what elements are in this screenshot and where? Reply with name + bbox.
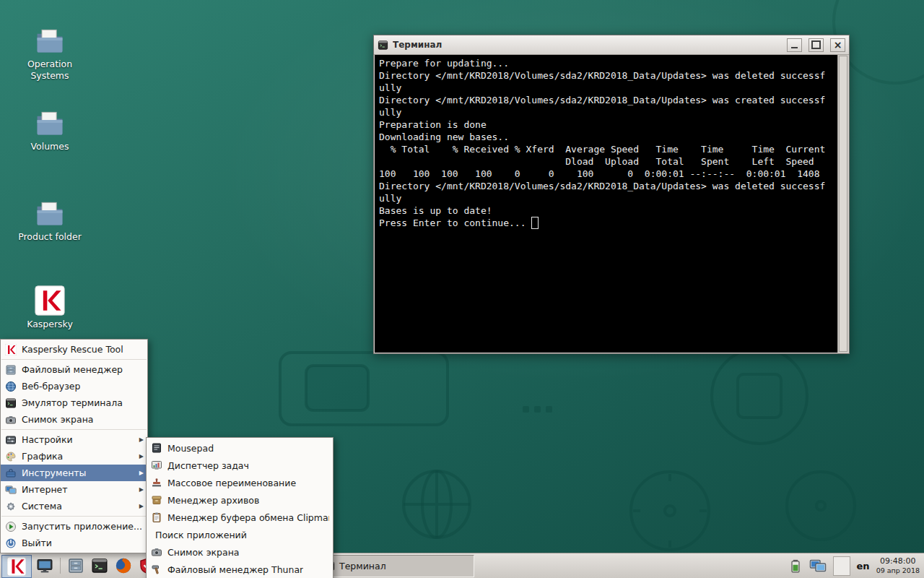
camera-icon <box>151 546 162 558</box>
clock[interactable]: 09:48:00 09 апр 2018 <box>876 556 920 575</box>
terminal-scrollbar[interactable] <box>837 55 848 353</box>
menu-item-terminal-emulator[interactable]: Эмулятор терминала <box>1 394 147 411</box>
submenu-item-label: Диспетчер задач <box>167 460 249 471</box>
archive-manager-icon <box>151 494 162 506</box>
submenu-item-app-finder[interactable]: Поиск приложений <box>147 526 333 543</box>
desktop-icon-kaspersky[interactable]: Kaspersky <box>10 285 90 330</box>
menu-item-kaspersky-rescue-tool[interactable]: Kaspersky Rescue Tool <box>1 341 147 358</box>
menu-item-label: Выйти <box>22 538 52 548</box>
launcher-file-manager[interactable] <box>64 555 88 577</box>
desktop-icon-operation-systems[interactable]: Operation Systems <box>10 25 90 81</box>
submenu-item-screenshot[interactable]: Снимок экрана <box>147 543 333 561</box>
tools-icon <box>5 467 17 479</box>
menu-separator <box>1 359 147 360</box>
menu-item-label: Kaspersky Rescue Tool <box>22 344 123 355</box>
menu-item-label: Веб-браузер <box>22 381 80 392</box>
menu-item-run-application[interactable]: Запустить приложение... <box>1 518 147 535</box>
launcher-terminal[interactable] <box>87 555 112 577</box>
displays-icon[interactable] <box>809 557 827 574</box>
folder-icon <box>34 107 66 139</box>
tray-spacer <box>833 556 850 576</box>
submenu-item-thunar[interactable]: Файловый менеджер Thunar <box>147 561 333 578</box>
file-manager-icon <box>5 364 17 376</box>
web-browser-icon <box>5 381 17 392</box>
menu-item-tools[interactable]: Инструменты ▶ <box>1 465 147 481</box>
menu-item-screenshot[interactable]: Снимок экрана <box>1 411 147 428</box>
menu-item-label: Графика <box>22 451 63 462</box>
menu-item-label: Запустить приложение... <box>22 521 142 532</box>
system-tray: en 09:48:00 09 апр 2018 <box>784 553 924 578</box>
clock-date: 09 апр 2018 <box>876 566 920 575</box>
thunar-icon <box>151 564 162 575</box>
screenshot-icon <box>5 414 17 426</box>
menu-item-logout[interactable]: Выйти <box>1 535 147 551</box>
terminal-scrollbar-thumb[interactable] <box>839 56 847 352</box>
menu-item-label: Снимок экрана <box>22 414 93 425</box>
desktop-icon-label: Product folder <box>10 231 90 243</box>
menu-item-file-manager[interactable]: Файловый менеджер <box>1 361 147 378</box>
taskbar: Терминал en 09:48:00 09 апр 2018 <box>0 553 924 578</box>
terminal-cursor <box>531 217 539 229</box>
mousepad-icon <box>151 442 162 454</box>
menu-separator <box>1 516 147 517</box>
menu-separator <box>1 429 147 430</box>
taskbar-window-label: Терминал <box>339 561 386 571</box>
submenu-item-label: Менеджер буфера обмена Clipman <box>167 512 329 523</box>
firefox-icon <box>115 557 132 574</box>
desktop-icon-product-folder[interactable]: Product folder <box>10 197 90 243</box>
minimize-button[interactable] <box>787 38 802 52</box>
desktop-icon-label: Volumes <box>10 141 90 152</box>
submenu-item-clipman[interactable]: Менеджер буфера обмена Clipman <box>147 509 333 526</box>
keyboard-layout-indicator[interactable]: en <box>857 561 870 571</box>
terminal-window-icon <box>378 40 388 51</box>
settings-icon <box>5 434 17 446</box>
terminal-window: Терминал × Prepare for updating... Direc… <box>373 35 850 354</box>
launcher-web-browser[interactable] <box>111 555 136 577</box>
monitor-icon <box>36 557 53 574</box>
submenu-item-archive-manager[interactable]: Менеджер архивов <box>147 491 333 509</box>
desktop-icon-label: Operation Systems <box>10 59 90 81</box>
submenu-arrow-icon: ▶ <box>135 470 144 476</box>
kaspersky-logo-icon <box>34 285 66 316</box>
menu-item-label: Инструменты <box>22 467 86 478</box>
terminal-output: Prepare for updating... Directory </mnt/… <box>375 55 838 229</box>
menu-item-label: Система <box>22 501 62 512</box>
maximize-button[interactable] <box>808 38 824 52</box>
submenu-item-label: Файловый менеджер Thunar <box>167 564 303 575</box>
submenu-item-label: Массовое переименование <box>167 478 296 488</box>
clipboard-icon <box>151 512 162 523</box>
tools-submenu: Mousepad Диспетчер задач Массовое переим… <box>146 437 334 578</box>
maximize-icon <box>811 40 821 49</box>
menu-item-label: Настройки <box>22 434 73 445</box>
submenu-item-task-manager[interactable]: Диспетчер задач <box>147 457 333 474</box>
submenu-arrow-icon: ▶ <box>135 486 144 493</box>
menu-item-internet[interactable]: Интернет ▶ <box>1 481 147 498</box>
terminal-titlebar[interactable]: Терминал × <box>374 35 849 55</box>
taskbar-window-terminal[interactable]: Терминал <box>318 555 474 577</box>
submenu-item-bulk-rename[interactable]: Массовое переименование <box>147 474 333 491</box>
clock-time: 09:48:00 <box>876 556 920 566</box>
menu-item-web-browser[interactable]: Веб-браузер <box>1 378 147 394</box>
show-desktop-button[interactable] <box>32 555 57 577</box>
desktop-icon-volumes[interactable]: Volumes <box>10 107 90 152</box>
terminal-icon <box>91 557 108 574</box>
close-button[interactable]: × <box>830 38 845 52</box>
bulk-rename-icon <box>151 477 162 488</box>
submenu-arrow-icon: ▶ <box>135 436 144 443</box>
applications-menu-button[interactable] <box>1 555 32 578</box>
graphics-icon <box>5 451 17 462</box>
battery-icon[interactable] <box>788 558 803 573</box>
task-manager-icon <box>151 460 162 471</box>
taskbar-separator <box>60 558 61 574</box>
kaspersky-icon <box>5 344 17 355</box>
file-manager-icon <box>67 557 84 574</box>
menu-item-system[interactable]: Система ▶ <box>1 498 147 514</box>
submenu-item-mousepad[interactable]: Mousepad <box>147 439 333 457</box>
menu-item-label: Интернет <box>22 484 68 495</box>
run-icon <box>5 521 17 532</box>
terminal-content[interactable]: Prepare for updating... Directory </mnt/… <box>375 55 838 353</box>
internet-icon <box>5 484 17 496</box>
menu-item-settings[interactable]: Настройки ▶ <box>1 431 147 448</box>
close-icon: × <box>834 40 842 50</box>
menu-item-graphics[interactable]: Графика ▶ <box>1 448 147 465</box>
